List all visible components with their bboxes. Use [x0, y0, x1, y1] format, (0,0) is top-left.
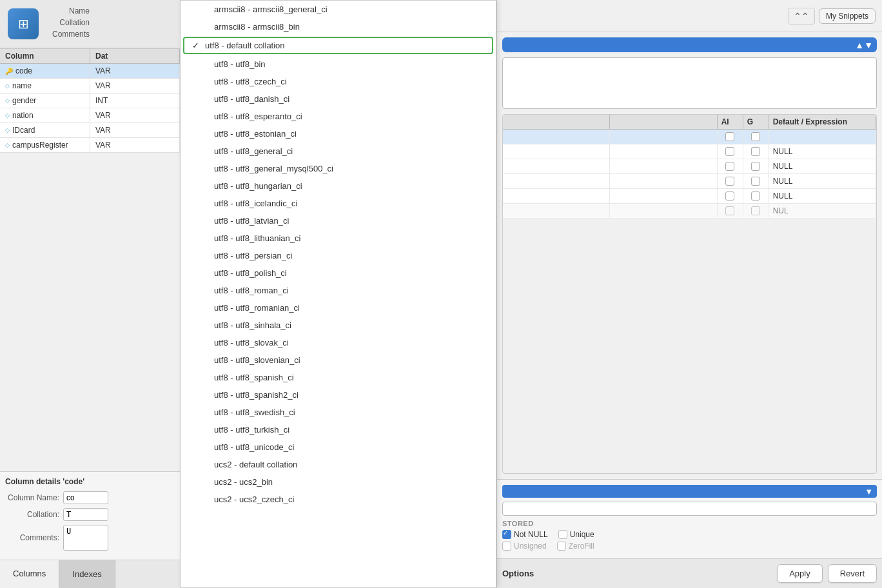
dropdown-item-utf8-danish[interactable]: utf8 - utf8_danish_ci — [181, 90, 496, 108]
table-row[interactable]: ◇ IDcard VAR — [0, 123, 180, 138]
unique-checkbox-item[interactable]: Unique — [558, 530, 594, 539]
right-type-row: ▼ — [502, 485, 877, 498]
checkbox-ai[interactable] — [725, 177, 734, 186]
app-icon — [8, 8, 39, 39]
dropdown-item-utf8-estonian[interactable]: utf8 - utf8_estonian_ci — [181, 125, 496, 142]
dropdown-item-ucs2-bin[interactable]: ucs2 - ucs2_bin — [181, 473, 496, 491]
dropdown-item-utf8-icelandic[interactable]: utf8 - utf8_icelandic_ci — [181, 195, 496, 212]
comments-detail-input[interactable]: U — [63, 525, 108, 551]
dropdown-item-utf8-slovak[interactable]: utf8 - utf8_slovak_ci — [181, 334, 496, 351]
left-panel: Name Collation Comments Column Dat 🔑 cod… — [0, 0, 181, 588]
zerofill-checkbox-item[interactable]: ZeroFill — [557, 542, 594, 551]
comments-detail-label: Comments: — [5, 533, 63, 542]
right-cell-default: NUL — [769, 204, 876, 218]
right-cell-g — [743, 189, 769, 203]
dropdown-item-utf8-turkish[interactable]: utf8 - utf8_turkish_ci — [181, 421, 496, 438]
unsigned-checkbox-item[interactable]: Unsigned — [502, 542, 547, 551]
right-table-row[interactable]: NULL — [503, 144, 876, 159]
table-row[interactable]: ◇ name VAR — [0, 79, 180, 93]
row-name-campus: ◇ campusRegister — [0, 138, 90, 152]
table-row[interactable]: ◇ campusRegister VAR — [0, 138, 180, 153]
right-cell-ai — [718, 189, 743, 203]
right-table-row[interactable]: NULL — [503, 159, 876, 174]
dropdown-item-utf8-polish[interactable]: utf8 - utf8_polish_ci — [181, 264, 496, 282]
dropdown-item-utf8-spanish2[interactable]: utf8 - utf8_spanish2_ci — [181, 386, 496, 404]
checkbox-ai[interactable] — [725, 206, 734, 215]
dropdown-item-utf8-general-mysql500[interactable]: utf8 - utf8_general_mysql500_ci — [181, 160, 496, 177]
table-row[interactable]: ◇ nation VAR — [0, 108, 180, 123]
default-value-input[interactable] — [502, 502, 877, 516]
dropdown-item-utf8-general[interactable]: utf8 - utf8_general_ci — [181, 142, 496, 160]
dropdown-item-utf8-spanish[interactable]: utf8 - utf8_spanish_ci — [181, 369, 496, 386]
column-details-title: Column details 'code' — [5, 477, 175, 486]
dropdown-item-utf8-sinhala[interactable]: utf8 - utf8_sinhala_ci — [181, 317, 496, 334]
comments-field-row: Comments — [45, 30, 172, 39]
dropdown-item-utf8-hungarian[interactable]: utf8 - utf8_hungarian_ci — [181, 177, 496, 195]
snippets-button[interactable]: My Snippets — [819, 8, 876, 24]
right-table-row[interactable] — [503, 130, 876, 144]
dropdown-item-utf8-roman[interactable]: utf8 - utf8_roman_ci — [181, 282, 496, 299]
row-type-idcard: VAR — [90, 123, 180, 137]
checkbox-g[interactable] — [751, 147, 760, 156]
dropdown-item-armscii-bin[interactable]: armscii8 - armscii8_bin — [181, 18, 496, 35]
dropdown-item-armscii-general[interactable]: armscii8 - armscii8_general_ci — [181, 1, 496, 18]
comment-textarea[interactable] — [502, 57, 877, 109]
key-icon: 🔑 — [5, 68, 13, 75]
checkbox-ai[interactable] — [725, 162, 734, 171]
dropdown-item-utf8-lithuanian[interactable]: utf8 - utf8_lithuanian_ci — [181, 230, 496, 247]
checkbox-g[interactable] — [751, 162, 760, 171]
right-header-default: Default / Expression — [769, 115, 876, 129]
table-row[interactable]: ◇ gender INT — [0, 93, 180, 108]
right-table-row[interactable]: NUL — [503, 204, 876, 219]
checkbox-options-row: Not NULL Unique — [502, 530, 877, 539]
dropdown-item-utf8-swedish[interactable]: utf8 - utf8_swedish_ci — [181, 404, 496, 421]
right-table-row[interactable]: NULL — [503, 174, 876, 189]
dropdown-item-utf8-bin[interactable]: utf8 - utf8_bin — [181, 55, 496, 73]
tab-indexes[interactable]: Indexes — [59, 560, 115, 588]
dropdown-item-ucs2-default[interactable]: ucs2 - default collation — [181, 456, 496, 473]
checkbox-ai[interactable] — [725, 191, 734, 201]
dropdown-item-utf8-persian[interactable]: utf8 - utf8_persian_ci — [181, 247, 496, 264]
right-header-dat — [610, 115, 717, 129]
table-row[interactable]: 🔑 code VAR — [0, 64, 180, 79]
not-null-checkbox[interactable] — [502, 530, 511, 539]
dropdown-item-utf8-latvian[interactable]: utf8 - utf8_latvian_ci — [181, 212, 496, 230]
tab-columns[interactable]: Columns — [0, 560, 59, 588]
unsigned-checkbox[interactable] — [502, 542, 511, 551]
unique-checkbox[interactable] — [558, 530, 567, 539]
right-cell-g — [743, 130, 769, 144]
checkbox-ai[interactable] — [725, 132, 734, 141]
dropdown-item-utf8-romanian[interactable]: utf8 - utf8_romanian_ci — [181, 299, 496, 317]
collation-detail-input[interactable] — [63, 508, 108, 521]
unique-label: Unique — [570, 530, 594, 539]
not-null-checkbox-item[interactable]: Not NULL — [502, 530, 548, 539]
diamond-icon: ◇ — [5, 97, 10, 104]
dropdown-item-utf8-slovenian[interactable]: utf8 - utf8_slovenian_ci — [181, 351, 496, 369]
checkbox-g[interactable] — [751, 177, 760, 186]
checkbox-ai[interactable] — [725, 147, 734, 156]
dropdown-item-utf8-esperanto[interactable]: utf8 - utf8_esperanto_ci — [181, 108, 496, 125]
right-table-row[interactable]: NULL — [503, 189, 876, 204]
right-cell-g — [743, 144, 769, 159]
dropdown-item-utf8-czech[interactable]: utf8 - utf8_czech_ci — [181, 73, 496, 90]
right-header-ai: AI — [718, 115, 743, 129]
type-select[interactable] — [502, 485, 877, 498]
chevron-up-button[interactable]: ⌃⌃ — [788, 8, 815, 24]
collation-select[interactable] — [502, 37, 877, 52]
unsigned-label: Unsigned — [514, 542, 547, 551]
column-name-input[interactable] — [63, 491, 108, 504]
apply-button[interactable]: Apply — [777, 564, 823, 583]
row-type-campus: VAR — [90, 138, 180, 152]
right-cell-type — [610, 204, 717, 218]
collation-select-wrapper: ▲▼ — [502, 37, 877, 52]
checkbox-g[interactable] — [751, 132, 760, 141]
checkbox-g[interactable] — [751, 206, 760, 215]
checkbox-g[interactable] — [751, 191, 760, 201]
revert-button[interactable]: Revert — [828, 564, 877, 583]
zerofill-checkbox[interactable] — [557, 542, 566, 551]
dropdown-item-utf8-unicode[interactable]: utf8 - utf8_unicode_ci — [181, 438, 496, 456]
dropdown-item-utf8-default[interactable]: ✓ utf8 - default collation — [183, 37, 493, 54]
column-name-field: Column Name: — [5, 491, 175, 504]
dropdown-item-ucs2-czech[interactable]: ucs2 - ucs2_czech_ci — [181, 491, 496, 508]
diamond-icon: ◇ — [5, 112, 10, 119]
